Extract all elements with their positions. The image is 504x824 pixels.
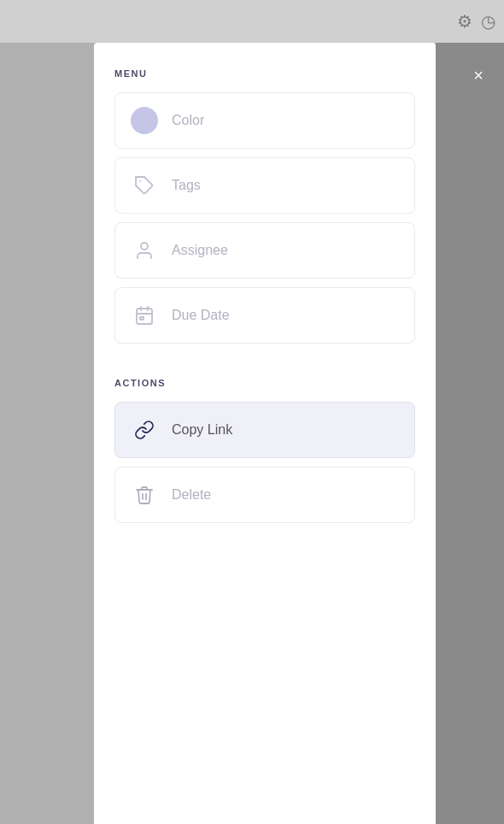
actions-section: ACTIONS Copy Link xyxy=(114,378,415,523)
menu-item-tags-label: Tags xyxy=(172,178,201,193)
menu-item-due-date[interactable]: Due Date xyxy=(114,287,415,344)
svg-point-1 xyxy=(141,243,148,250)
person-icon xyxy=(131,237,158,264)
menu-item-color-label: Color xyxy=(172,113,204,128)
actions-section-title: ACTIONS xyxy=(114,378,415,388)
action-items-list: Copy Link Delete xyxy=(114,402,415,523)
right-panel xyxy=(436,43,504,824)
action-item-delete-label: Delete xyxy=(172,487,211,503)
action-item-delete[interactable]: Delete xyxy=(114,467,415,523)
link-icon xyxy=(131,416,158,444)
menu-items-list: Color Tags Assignee xyxy=(114,92,415,344)
tag-icon xyxy=(131,172,158,199)
clock-icon: ◷ xyxy=(481,11,495,32)
trash-icon xyxy=(131,481,158,509)
menu-section-title: MENU xyxy=(114,68,415,79)
action-item-copy-link[interactable]: Copy Link xyxy=(114,402,415,458)
filter-icon: ⚙ xyxy=(457,11,472,32)
close-button[interactable]: × xyxy=(463,60,494,91)
top-bar: ⚙ ◷ xyxy=(0,0,504,43)
menu-item-assignee[interactable]: Assignee xyxy=(114,222,415,279)
menu-item-due-date-label: Due Date xyxy=(172,308,230,323)
color-circle-icon xyxy=(131,107,158,134)
svg-rect-2 xyxy=(137,309,152,324)
calendar-icon xyxy=(131,302,158,329)
svg-rect-6 xyxy=(140,317,144,320)
modal-panel: MENU Color Tags Assi xyxy=(94,43,436,824)
menu-item-tags[interactable]: Tags xyxy=(114,157,415,214)
menu-item-assignee-label: Assignee xyxy=(172,243,228,258)
menu-item-color[interactable]: Color xyxy=(114,92,415,149)
action-item-copy-link-label: Copy Link xyxy=(172,422,232,438)
